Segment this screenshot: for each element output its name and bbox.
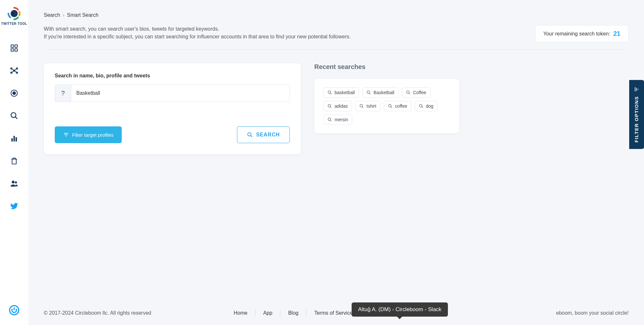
- power-icon: [9, 305, 20, 316]
- token-label: Your remaining search token:: [543, 31, 610, 37]
- footer-copyright: © 2017-2024 Circleboom llc. All rights r…: [44, 310, 151, 316]
- svg-line-39: [362, 107, 364, 108]
- svg-point-34: [406, 91, 409, 94]
- dashboard-icon: [10, 44, 18, 52]
- logo-text: TWITTER TOOL: [1, 22, 27, 25]
- nav-trash[interactable]: [8, 155, 20, 167]
- footer-tagline: eboom, boom your social circle!: [556, 310, 629, 316]
- svg-line-12: [11, 71, 14, 73]
- recent-tag[interactable]: tshirt: [355, 101, 380, 111]
- breadcrumb-parent[interactable]: Search: [44, 12, 60, 18]
- recent-searches-card: basketballBasketballCoffeeadidastshirtco…: [314, 79, 459, 133]
- recent-tag[interactable]: mersin: [323, 114, 352, 125]
- recent-tag[interactable]: basketball: [323, 87, 359, 98]
- svg-point-42: [419, 104, 422, 107]
- search-help-button[interactable]: ?: [55, 84, 71, 102]
- svg-line-33: [369, 93, 371, 94]
- token-value: 21: [613, 30, 620, 37]
- filter-profiles-button[interactable]: Filter target profiles: [55, 126, 122, 143]
- svg-point-28: [248, 133, 251, 136]
- breadcrumb: Search › Smart Search: [44, 12, 629, 18]
- search-icon: [327, 90, 332, 95]
- search-icon: [247, 132, 253, 138]
- search-icon: [10, 112, 18, 120]
- svg-line-31: [330, 93, 332, 94]
- nav-search[interactable]: [8, 110, 20, 122]
- recent-searches-section: Recent searches basketballBasketballCoff…: [314, 63, 459, 133]
- svg-point-15: [13, 92, 16, 95]
- analytics-icon: [10, 134, 18, 143]
- svg-line-37: [330, 107, 332, 108]
- svg-point-40: [388, 104, 391, 107]
- main-content: Search › Smart Search With smart search,…: [28, 0, 644, 325]
- svg-point-22: [15, 182, 17, 184]
- footer-link[interactable]: Blog: [280, 310, 306, 316]
- power-button[interactable]: [8, 304, 20, 316]
- svg-rect-3: [11, 49, 14, 51]
- svg-line-43: [421, 107, 423, 108]
- svg-point-44: [328, 118, 331, 121]
- divider: [44, 49, 629, 50]
- footer: © 2017-2024 Circleboom llc. All rights r…: [28, 304, 644, 325]
- recent-tag[interactable]: coffee: [384, 101, 412, 111]
- svg-line-17: [15, 117, 17, 119]
- svg-point-21: [12, 181, 14, 183]
- svg-line-11: [14, 69, 17, 71]
- notification-toast[interactable]: Altuğ A. (DM) - Circleboom - Slack: [352, 302, 448, 317]
- footer-link[interactable]: App: [255, 310, 280, 316]
- network-icon: [10, 66, 18, 75]
- recent-tag[interactable]: dog: [415, 101, 438, 111]
- svg-rect-19: [14, 136, 15, 141]
- nav-users[interactable]: [8, 178, 20, 189]
- svg-point-38: [360, 104, 363, 107]
- svg-rect-20: [15, 137, 17, 142]
- search-icon: [388, 104, 393, 108]
- svg-line-35: [409, 93, 410, 94]
- nav-network[interactable]: [8, 65, 20, 76]
- recent-tag[interactable]: Coffee: [402, 87, 431, 98]
- recent-tag[interactable]: adidas: [323, 101, 352, 111]
- svg-point-0: [11, 10, 18, 17]
- footer-link[interactable]: Home: [226, 310, 255, 316]
- search-icon: [406, 90, 411, 95]
- chevron-right-icon: ›: [63, 12, 64, 18]
- target-icon: [10, 89, 18, 97]
- nav-twitter[interactable]: [8, 200, 20, 212]
- logo-icon: [6, 6, 22, 21]
- sidebar: TWITTER TOOL: [0, 0, 28, 325]
- search-icon: [366, 90, 371, 95]
- svg-line-13: [14, 71, 17, 73]
- svg-line-45: [330, 120, 332, 122]
- recent-tag[interactable]: Basketball: [362, 87, 399, 98]
- svg-point-30: [328, 91, 331, 94]
- token-box: Your remaining search token: 21: [535, 25, 629, 42]
- search-card: Search in name, bio, profile and tweets …: [44, 63, 301, 154]
- recent-title: Recent searches: [314, 63, 459, 71]
- svg-point-36: [328, 104, 331, 107]
- filter-icon: [634, 86, 639, 92]
- search-icon: [359, 104, 364, 108]
- search-icon: [327, 117, 332, 122]
- search-icon: [327, 104, 332, 108]
- svg-rect-18: [11, 138, 13, 142]
- svg-rect-2: [15, 45, 17, 47]
- nav-analytics[interactable]: [8, 133, 20, 144]
- search-button[interactable]: SEARCH: [237, 126, 290, 143]
- filter-options-tab[interactable]: FILTER OPTIONS: [629, 80, 644, 149]
- nav-target[interactable]: [8, 87, 20, 99]
- svg-point-32: [367, 91, 370, 94]
- logo[interactable]: TWITTER TOOL: [1, 6, 27, 25]
- search-input[interactable]: [71, 84, 290, 102]
- svg-line-10: [11, 69, 14, 71]
- twitter-icon: [10, 202, 18, 210]
- svg-rect-1: [11, 45, 14, 47]
- svg-line-41: [391, 107, 392, 108]
- svg-line-29: [251, 135, 252, 137]
- filter-icon: [63, 132, 69, 138]
- intro-text: With smart search, you can search user's…: [44, 25, 351, 41]
- search-label: Search in name, bio, profile and tweets: [55, 73, 290, 79]
- svg-point-16: [11, 113, 16, 117]
- nav-dashboard[interactable]: [8, 42, 20, 54]
- svg-rect-4: [15, 49, 17, 51]
- search-icon: [419, 104, 423, 108]
